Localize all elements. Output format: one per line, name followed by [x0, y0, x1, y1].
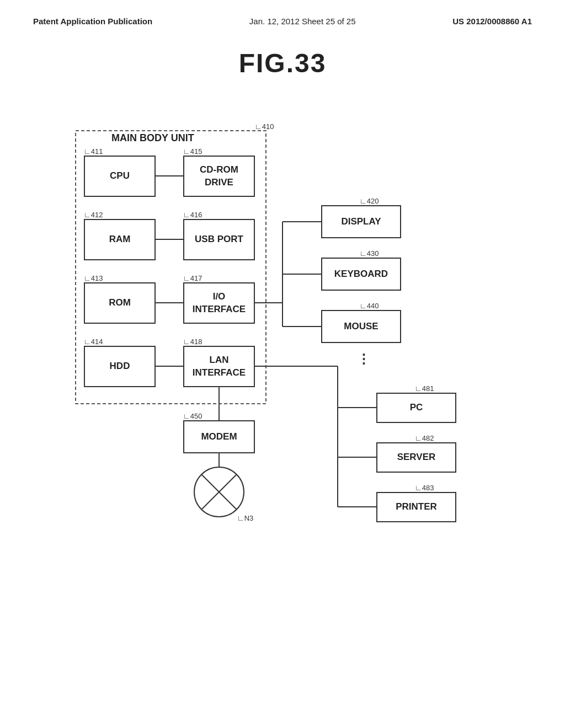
modem-label: MODEM	[201, 431, 237, 443]
figure-title: FIG.33	[0, 48, 565, 78]
ref-416: ∟416	[183, 211, 202, 219]
ram-box: RAM	[84, 219, 156, 260]
lan-box: LANINTERFACE	[183, 346, 255, 387]
publication-label: Patent Application Publication	[33, 17, 152, 26]
ellipsis-dots: ⋮	[357, 351, 371, 367]
diagram: MAIN BODY UNIT ∟410 ∟411 CPU ∟412 RAM ∟4…	[67, 95, 498, 602]
io-box: I/OINTERFACE	[183, 282, 255, 324]
ref-450: ∟450	[183, 412, 202, 420]
ram-label: RAM	[109, 233, 131, 245]
ref-415: ∟415	[183, 147, 202, 156]
ref-412: ∟412	[84, 211, 103, 219]
cdrom-label: CD-ROMDRIVE	[200, 164, 238, 188]
publication-number: US 2012/0008860 A1	[452, 17, 532, 26]
ref-483: ∟483	[415, 484, 434, 492]
ref-418: ∟418	[183, 338, 202, 346]
rom-label: ROM	[109, 297, 131, 309]
printer-box: PRINTER	[376, 492, 456, 522]
hdd-label: HDD	[110, 360, 130, 372]
pc-label: PC	[410, 402, 423, 414]
page: Patent Application Publication Jan. 12, …	[0, 0, 565, 728]
io-label: I/OINTERFACE	[193, 291, 246, 315]
pc-box: PC	[376, 393, 456, 423]
modem-box: MODEM	[183, 420, 255, 453]
lan-label: LANINTERFACE	[193, 354, 246, 378]
header: Patent Application Publication Jan. 12, …	[0, 0, 565, 26]
ref-482: ∟482	[415, 434, 434, 442]
ref-430: ∟430	[360, 249, 379, 258]
ref-481: ∟481	[415, 384, 434, 393]
mouse-box: MOUSE	[321, 310, 401, 343]
usbport-label: USB PORT	[195, 233, 243, 245]
cpu-label: CPU	[110, 170, 130, 182]
ref-440: ∟440	[360, 302, 379, 310]
keyboard-box: KEYBOARD	[321, 258, 401, 291]
display-label: DISPLAY	[341, 216, 381, 228]
publication-date: Jan. 12, 2012 Sheet 25 of 25	[249, 17, 356, 26]
hdd-box: HDD	[84, 346, 156, 387]
keyboard-label: KEYBOARD	[334, 268, 388, 280]
svg-line-19	[201, 474, 237, 510]
cdrom-box: CD-ROMDRIVE	[183, 156, 255, 197]
ref-411: ∟411	[84, 147, 103, 156]
printer-label: PRINTER	[396, 501, 437, 513]
rom-box: ROM	[84, 282, 156, 324]
ref-410: ∟410	[255, 122, 274, 131]
usbport-box: USB PORT	[183, 219, 255, 260]
mouse-label: MOUSE	[344, 320, 378, 333]
display-box: DISPLAY	[321, 205, 401, 238]
ref-417: ∟417	[183, 274, 202, 282]
ref-420: ∟420	[360, 197, 379, 205]
ref-413: ∟413	[84, 274, 103, 282]
ref-414: ∟414	[84, 338, 103, 346]
ref-n3: ∟N3	[237, 514, 253, 522]
server-box: SERVER	[376, 442, 456, 473]
server-label: SERVER	[397, 451, 436, 463]
svg-line-20	[201, 474, 237, 510]
main-body-label: MAIN BODY UNIT	[111, 132, 194, 144]
cpu-box: CPU	[84, 156, 156, 197]
svg-point-18	[194, 467, 244, 517]
